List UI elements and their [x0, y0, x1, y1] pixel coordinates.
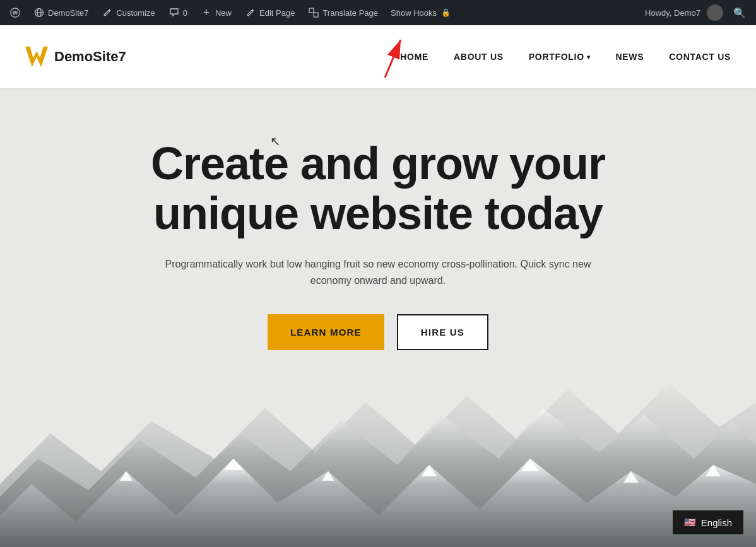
admin-bar-right: Howdy, Demo7 🔍 — [640, 0, 751, 25]
svg-marker-7 — [25, 47, 48, 67]
comments-button[interactable]: 0 — [163, 0, 192, 25]
pencil-icon — [101, 6, 114, 19]
site-logo[interactable]: DemoSite7 — [25, 45, 126, 68]
svg-rect-6 — [314, 13, 318, 17]
nav-portfolio[interactable]: PORTFOLIO ▾ — [529, 52, 591, 62]
nav-about[interactable]: ABOUT US — [454, 52, 504, 62]
hero-subtitle: Programmatically work but low hanging fr… — [157, 256, 599, 288]
edit-page-label: Edit Page — [259, 8, 295, 18]
lock-icon: 🔒 — [439, 6, 452, 19]
site-name-button[interactable]: DemoSite7 — [28, 0, 93, 25]
translate-page-button[interactable]: Translate Page — [302, 0, 383, 25]
nav-contact[interactable]: CONTACT US — [669, 52, 731, 62]
hero-buttons: LEARN MORE HIRE US — [119, 314, 637, 350]
hero-section: Create and grow your unique website toda… — [0, 88, 756, 547]
hero-content: Create and grow your unique website toda… — [94, 139, 662, 375]
site-nav: HOME ABOUT US PORTFOLIO ▾ NEWS CONTACT U… — [400, 52, 731, 62]
w-logo-icon — [25, 45, 48, 68]
howdy-button[interactable]: Howdy, Demo7 — [640, 0, 728, 25]
show-hooks-button[interactable]: Show Hooks 🔒 — [386, 0, 457, 25]
search-icon: 🔍 — [733, 7, 746, 19]
user-avatar — [707, 4, 723, 21]
chevron-down-icon: ▾ — [587, 54, 591, 61]
new-button[interactable]: + New — [195, 0, 237, 25]
language-label: English — [701, 517, 732, 528]
flag-icon: 🇺🇸 — [684, 517, 696, 528]
show-hooks-label: Show Hooks — [391, 8, 437, 18]
globe-icon — [33, 6, 45, 19]
search-button[interactable]: 🔍 — [728, 0, 751, 25]
plus-icon: + — [200, 6, 213, 19]
new-label: New — [215, 8, 232, 18]
learn-more-button[interactable]: LEARN MORE — [268, 314, 384, 350]
nav-home[interactable]: HOME — [400, 52, 428, 62]
translate-page-label: Translate Page — [322, 8, 378, 18]
wp-logo-button[interactable]: W — [5, 3, 25, 23]
comment-icon — [168, 6, 180, 19]
site-header: DemoSite7 HOME ABOUT US PORTFOLIO ▾ NEWS… — [0, 25, 756, 88]
edit-page-button[interactable]: Edit Page — [239, 0, 300, 25]
customize-button[interactable]: Customize — [96, 0, 160, 25]
translate-icon — [307, 6, 320, 19]
site-name: DemoSite7 — [54, 49, 126, 65]
hire-us-button[interactable]: HIRE US — [397, 314, 488, 350]
hero-title: Create and grow your unique website toda… — [119, 139, 637, 238]
svg-text:W: W — [13, 9, 18, 16]
language-switcher[interactable]: 🇺🇸 English — [673, 510, 743, 534]
howdy-label: Howdy, Demo7 — [645, 8, 700, 18]
mountain-background — [0, 370, 756, 547]
comments-count: 0 — [183, 8, 187, 18]
nav-news[interactable]: NEWS — [615, 52, 644, 62]
site-name-label: DemoSite7 — [48, 8, 88, 18]
edit-icon — [244, 6, 257, 19]
svg-rect-5 — [309, 8, 314, 13]
customize-label: Customize — [116, 8, 155, 18]
admin-bar: W DemoSite7 Customize 0 + New Edit Page — [0, 0, 756, 25]
